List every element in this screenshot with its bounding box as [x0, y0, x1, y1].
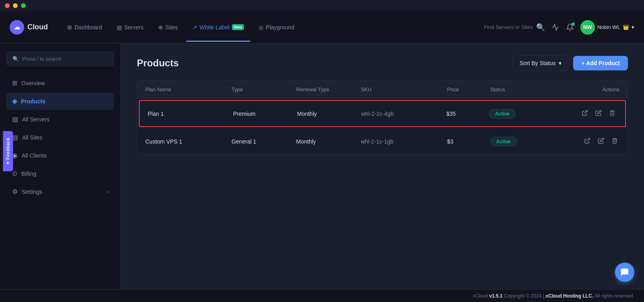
new-badge: New	[232, 24, 244, 30]
type-cell: Premium	[233, 111, 297, 117]
sort-dropdown[interactable]: Sort By Status ▾	[513, 55, 568, 71]
col-sku: SKU	[361, 86, 447, 92]
main-content: Products Sort By Status ▾ + Add Product …	[121, 43, 644, 289]
renewal-type-cell: Monthly	[296, 138, 361, 145]
search-icon: 🔍	[536, 23, 545, 32]
search-placeholder-text: Find Servers or Sites	[484, 24, 533, 30]
sites-icon: ⊕	[158, 24, 163, 31]
header-actions: Sort By Status ▾ + Add Product	[513, 55, 628, 71]
status-badge: Active	[490, 137, 517, 146]
nav-links: ⊞ Dashboard ▤ Servers ⊕ Sites ↗ White La…	[61, 21, 484, 34]
activity-button[interactable]	[551, 23, 559, 31]
sidebar-item-all-sites[interactable]: ▤ All Sites	[6, 129, 114, 146]
col-renewal-type: Renewal Type	[296, 86, 361, 92]
delete-button[interactable]	[607, 108, 617, 119]
price-cell: $3	[447, 138, 490, 145]
overview-icon: ⊞	[12, 79, 17, 87]
sku-cell: whl-2-1c-1gb	[361, 138, 447, 145]
feedback-star-icon: ✦	[5, 161, 10, 165]
sidebar-search-icon: 🔍	[12, 56, 19, 62]
sidebar-item-products[interactable]: ◈ Products	[6, 92, 114, 110]
status-cell: Active	[490, 137, 555, 146]
status-cell: Active	[489, 109, 553, 119]
titlebar	[0, 0, 644, 11]
logo-icon: ☁	[10, 20, 24, 35]
type-cell: General 1	[231, 138, 296, 145]
actions-cell	[553, 108, 617, 119]
sidebar: 🔍 Press / to search ⊞ Overview ◈ Product…	[0, 43, 121, 289]
table-header: Plan Name Type Renewal Type SKU Price St…	[137, 81, 627, 99]
external-link-button[interactable]	[582, 136, 592, 147]
username: Nobin WL	[597, 24, 620, 30]
settings-chevron-icon: ›	[107, 189, 108, 195]
sidebar-item-all-servers[interactable]: ▤ All Servers	[6, 111, 114, 128]
nav-sites[interactable]: ⊕ Sites	[152, 21, 184, 34]
feedback-tab[interactable]: ✦ Feedback	[3, 131, 13, 171]
global-search[interactable]: Find Servers or Sites 🔍	[484, 23, 545, 32]
servers-icon: ▤	[117, 24, 122, 31]
price-cell: $35	[446, 111, 489, 117]
playground-icon: ◎	[258, 24, 263, 31]
chat-button[interactable]	[615, 263, 634, 282]
sort-chevron-icon: ▾	[559, 60, 561, 66]
products-table: Plan Name Type Renewal Type SKU Price St…	[137, 80, 628, 154]
sidebar-item-settings[interactable]: ⚙ Settings ›	[6, 183, 114, 200]
avatar: NW	[580, 20, 595, 35]
sidebar-search[interactable]: 🔍 Press / to search	[6, 51, 114, 66]
nav-white-label[interactable]: ↗ White Label New	[186, 21, 251, 34]
white-label-icon: ↗	[192, 24, 197, 31]
all-servers-icon: ▤	[12, 115, 18, 123]
nav-playground[interactable]: ◎ Playground	[252, 21, 301, 34]
dashboard-icon: ⊞	[67, 24, 72, 31]
sku-cell: whl-2-2c-4gb	[361, 111, 446, 117]
maximize-button[interactable]	[21, 3, 26, 8]
sidebar-item-billing[interactable]: ⊙ Billing	[6, 165, 114, 182]
billing-icon: ⊙	[12, 170, 17, 177]
col-type: Type	[231, 86, 296, 92]
page-title: Products	[137, 58, 179, 69]
svg-line-1	[587, 138, 590, 141]
sidebar-item-overview[interactable]: ⊞ Overview	[6, 74, 114, 92]
nav-dashboard[interactable]: ⊞ Dashboard	[61, 21, 109, 34]
table-row[interactable]: Plan 1 Premium Monthly whl-2-2c-4gb $35 …	[139, 100, 626, 127]
col-plan-name: Plan Name	[145, 86, 231, 92]
nav-servers[interactable]: ▤ Servers	[110, 21, 150, 34]
edit-button[interactable]	[594, 108, 603, 119]
main-layout: 🔍 Press / to search ⊞ Overview ◈ Product…	[0, 43, 644, 289]
sidebar-item-all-clients[interactable]: ◉ All Clients	[6, 147, 114, 164]
renewal-type-cell: Monthly	[297, 111, 361, 117]
external-link-button[interactable]	[580, 108, 590, 119]
footer: xCloud v1.5.1 Copyright © 2024 | xCloud …	[0, 289, 644, 302]
notifications-button[interactable]	[566, 23, 574, 31]
nav-right: Find Servers or Sites 🔍 NW Nobin WL 👑 ▾	[484, 20, 634, 35]
col-price: Price	[447, 86, 490, 92]
delete-button[interactable]	[610, 136, 619, 147]
products-icon: ◈	[12, 97, 17, 105]
close-button[interactable]	[5, 3, 10, 8]
col-status: Status	[490, 86, 555, 92]
notification-dot	[572, 23, 575, 26]
content-header: Products Sort By Status ▾ + Add Product	[137, 55, 628, 71]
chevron-down-icon: ▾	[632, 24, 634, 30]
add-product-button[interactable]: + Add Product	[573, 56, 628, 70]
col-actions: Actions	[555, 86, 619, 92]
logo-text: Cloud	[27, 23, 48, 31]
logo[interactable]: ☁ Cloud	[10, 20, 48, 35]
svg-line-0	[584, 111, 587, 113]
table-row[interactable]: Custom VPS 1 General 1 Monthly whl-2-1c-…	[137, 129, 627, 154]
user-menu[interactable]: NW Nobin WL 👑 ▾	[580, 20, 634, 35]
status-badge: Active	[489, 109, 516, 119]
footer-text: xCloud v1.5.1 Copyright © 2024 | xCloud …	[473, 293, 634, 299]
edit-button[interactable]	[596, 136, 606, 147]
plan-name-cell: Plan 1	[148, 111, 233, 117]
plan-name-cell: Custom VPS 1	[145, 138, 231, 145]
top-navigation: ☁ Cloud ⊞ Dashboard ▤ Servers ⊕ Sites ↗ …	[0, 11, 644, 43]
minimize-button[interactable]	[13, 3, 18, 8]
settings-icon: ⚙	[12, 188, 18, 195]
actions-cell	[555, 136, 619, 147]
crown-icon: 👑	[623, 24, 629, 30]
